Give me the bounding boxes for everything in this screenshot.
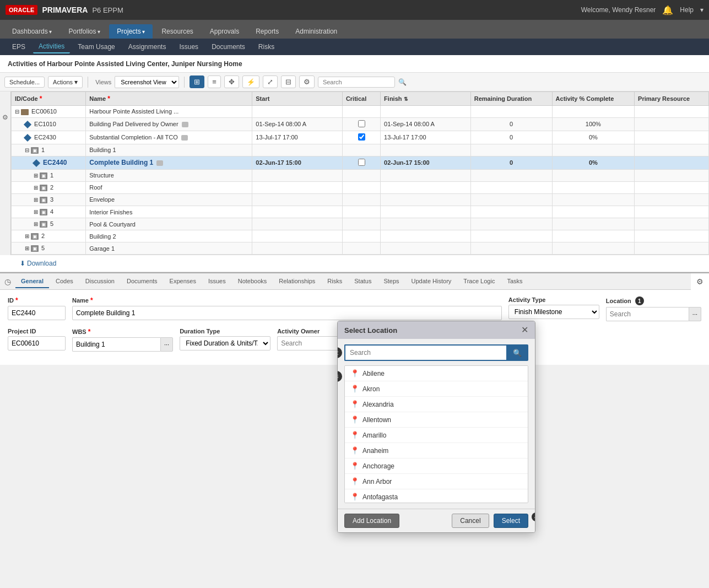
layout-button[interactable]: ≡	[208, 75, 221, 88]
add-location-button[interactable]: Add Location	[344, 514, 399, 528]
list-item[interactable]: 📍 Ann Arbor	[345, 474, 528, 489]
subnav-documents[interactable]: Documents	[206, 41, 251, 53]
settings-button[interactable]: ⚙	[299, 75, 315, 88]
chat-icon	[156, 160, 163, 166]
cancel-button[interactable]: Cancel	[452, 514, 489, 528]
tab-tasks[interactable]: Tasks	[501, 275, 528, 288]
panel-collapse-icon[interactable]: ◷	[4, 277, 11, 286]
tab-notebooks[interactable]: Notebooks	[232, 275, 273, 288]
table-row[interactable]: EC1010 Building Pad Delivered by Owner 0…	[12, 117, 709, 131]
help-link[interactable]: Help	[680, 6, 694, 14]
expand-icon[interactable]: ⊟	[25, 147, 29, 153]
subnav-risks[interactable]: Risks	[253, 41, 280, 53]
cell-critical[interactable]	[342, 156, 380, 169]
actions-button[interactable]: Actions ▾	[48, 76, 83, 88]
views-select[interactable]: Screenshot View	[115, 76, 179, 88]
critical-checkbox[interactable]	[358, 133, 365, 141]
expand-icon[interactable]: ⊟	[15, 109, 19, 115]
tab-discussion[interactable]: Discussion	[80, 275, 120, 288]
expand-icon[interactable]: ⊞	[34, 209, 38, 215]
select-button[interactable]: Select	[494, 514, 528, 528]
critical-checkbox[interactable]	[358, 120, 365, 127]
expand-icon[interactable]: ⊞	[25, 245, 29, 251]
tab-codes[interactable]: Codes	[50, 275, 79, 288]
nav-portfolios[interactable]: Portfolios	[61, 24, 109, 39]
grid-view-button[interactable]: ⊞	[190, 75, 204, 88]
table-row[interactable]: ⊞ ▣ 3 Envelope	[12, 193, 709, 206]
subnav-assignments[interactable]: Assignments	[123, 41, 172, 53]
cell-name: Building Pad Delivered by Owner	[86, 117, 252, 131]
table-row[interactable]: ⊞ ▣ 5 Garage 1	[12, 242, 709, 255]
print-button[interactable]: ⊟	[281, 75, 296, 88]
location-browse-button[interactable]: ···	[689, 307, 701, 321]
expand-icon[interactable]: ⊞	[34, 172, 38, 179]
location-search-input[interactable]	[606, 307, 689, 321]
notification-icon[interactable]: 🔔	[662, 5, 673, 15]
list-item[interactable]: 📍 Anchorage	[345, 458, 528, 474]
wbs-input[interactable]	[72, 337, 160, 352]
nav-dashboards[interactable]: Dashboards	[4, 24, 60, 39]
fullscreen-button[interactable]: ⤢	[263, 75, 278, 88]
download-link[interactable]: ⬇ Download	[15, 257, 694, 269]
list-item[interactable]: 📍 Allentown	[345, 412, 528, 428]
subnav-activities[interactable]: Activities	[33, 40, 70, 53]
table-row[interactable]: ⊞ ▣ 4 Interior Finishes	[12, 206, 709, 218]
expand-icon[interactable]: ⊞	[25, 233, 29, 239]
tab-status[interactable]: Status	[349, 275, 377, 288]
expand-icon[interactable]: ⊞	[34, 221, 38, 227]
table-row[interactable]: ⊞ ▣ 2 Roof	[12, 181, 709, 193]
list-item[interactable]: 📍 Alexandria	[345, 397, 528, 412]
name-input[interactable]	[72, 306, 502, 320]
table-row[interactable]: EC2440 Complete Building 1 02-Jun-17 15:…	[12, 156, 709, 169]
table-row[interactable]: ⊞ ▣ 2 Building 2	[12, 230, 709, 242]
tab-issues[interactable]: Issues	[203, 275, 231, 288]
cell-critical[interactable]	[342, 131, 380, 144]
tab-risks[interactable]: Risks	[322, 275, 348, 288]
schedule-button[interactable]: Schedule...	[4, 77, 45, 88]
filter-button[interactable]: ⚡	[242, 75, 259, 88]
critical-checkbox[interactable]	[358, 159, 365, 166]
list-item[interactable]: 📍 Anaheim	[345, 443, 528, 458]
tab-update-history[interactable]: Update History	[406, 275, 457, 288]
tab-relationships[interactable]: Relationships	[273, 275, 321, 288]
list-item[interactable]: 📍 Akron	[345, 381, 528, 397]
modal-search-input[interactable]	[344, 344, 506, 361]
cell-critical[interactable]	[342, 117, 380, 131]
table-row[interactable]: ⊟ EC00610 Harbour Pointe Assisted Living…	[12, 106, 709, 118]
subnav-team-usage[interactable]: Team Usage	[72, 41, 120, 53]
expand-icon[interactable]: ⊞	[34, 185, 38, 191]
modal-close-button[interactable]: ✕	[521, 326, 528, 335]
nav-approvals[interactable]: Approvals	[202, 24, 247, 39]
nav-projects[interactable]: Projects	[109, 24, 153, 39]
duration-type-select[interactable]: Fixed Duration & Units/T... Fixed Durati…	[180, 336, 270, 350]
table-row[interactable]: EC2430 Substantial Completion - All TCO …	[12, 131, 709, 144]
table-row[interactable]: ⊞ ▣ 1 Structure	[12, 169, 709, 181]
table-row[interactable]: ⊞ ▣ 5 Pool & Courtyard	[12, 218, 709, 230]
list-item[interactable]: 📍 Abilene	[345, 366, 528, 381]
grid-gear-icon[interactable]: ⚙	[2, 114, 8, 121]
nav-administration[interactable]: Administration	[288, 24, 345, 39]
tab-steps[interactable]: Steps	[378, 275, 404, 288]
tab-expenses[interactable]: Expenses	[164, 275, 202, 288]
nav-resources[interactable]: Resources	[154, 24, 201, 39]
tab-trace-logic[interactable]: Trace Logic	[458, 275, 500, 288]
table-row[interactable]: ⊟ ▣ 1 Building 1	[12, 144, 709, 156]
grid-search-input[interactable]	[318, 77, 395, 88]
subnav-issues[interactable]: Issues	[174, 41, 204, 53]
expand-button[interactable]: ✥	[224, 75, 239, 88]
chat-icon	[181, 135, 188, 141]
search-icon[interactable]: 🔍	[398, 78, 407, 86]
activity-type-select[interactable]: Finish Milestone Start Milestone Task De…	[508, 305, 599, 319]
list-item[interactable]: 📍 Antofagasta	[345, 489, 528, 503]
tab-documents[interactable]: Documents	[121, 275, 163, 288]
modal-search-button[interactable]: 🔍	[506, 344, 528, 361]
expand-icon[interactable]: ⊞	[34, 197, 38, 203]
tab-general[interactable]: General	[15, 275, 49, 288]
nav-reports[interactable]: Reports	[248, 24, 286, 39]
list-item[interactable]: 📍 Amarillo	[345, 428, 528, 443]
panel-gear-icon[interactable]: ⚙	[691, 277, 709, 286]
subnav-eps[interactable]: EPS	[7, 41, 31, 53]
project-id-input[interactable]	[8, 336, 66, 350]
id-input[interactable]	[8, 306, 66, 320]
wbs-browse-button[interactable]: ···	[160, 337, 173, 352]
